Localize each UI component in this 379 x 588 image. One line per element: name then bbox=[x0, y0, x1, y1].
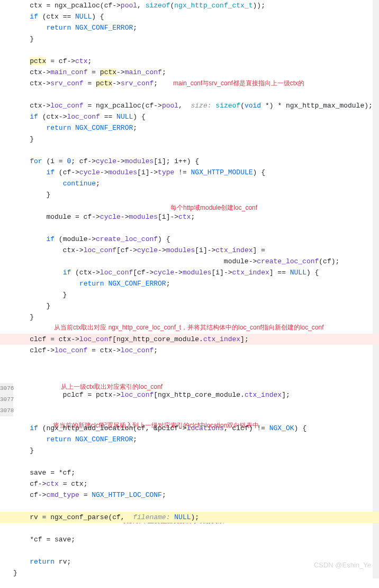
code-line bbox=[13, 323, 379, 334]
code-line: ctx->loc_conf = ngx_pcalloc(cf->pool, si… bbox=[13, 100, 379, 111]
code-line bbox=[13, 44, 379, 56]
code-line: ctx->main_conf = pctx->main_conf; bbox=[13, 67, 379, 78]
code-line bbox=[13, 145, 379, 156]
code-line: pclcf = pctx->loc_conf[ngx_http_core_mod… bbox=[13, 389, 379, 400]
code-line bbox=[13, 222, 379, 234]
code-line: ctx = ngx_pcalloc(cf->pool, sizeof(ngx_h… bbox=[13, 0, 379, 11]
code-line bbox=[13, 89, 379, 100]
code-line: module = cf->cycle->modules[i]->ctx; bbox=[13, 211, 379, 222]
code-line: } bbox=[13, 311, 379, 323]
code-line bbox=[13, 412, 379, 423]
code-viewer: ctx = ngx_pcalloc(cf->pool, sizeof(ngx_h… bbox=[0, 0, 379, 578]
code-line: cf->ctx = ctx; bbox=[13, 478, 379, 489]
code-line: if (ngx_http_add_location(cf, &pclcf->lo… bbox=[13, 423, 379, 434]
code-line bbox=[13, 545, 379, 556]
code-line: return NGX_CONF_ERROR; bbox=[13, 122, 379, 133]
code-line: if (ctx->loc_conf[cf->cycle->modules[i]-… bbox=[13, 267, 379, 278]
code-line: *cf = save; bbox=[13, 534, 379, 545]
code-line bbox=[13, 200, 379, 211]
code-line-highlighted: rv = ngx_conf_parse(cf, filename: NULL); bbox=[0, 512, 379, 523]
code-line: return NGX_CONF_ERROR; bbox=[13, 22, 379, 33]
code-line bbox=[13, 501, 379, 512]
code-line: clcf->loc_conf = ctx->loc_conf; bbox=[13, 345, 379, 356]
annotation-1: main_conf与srv_conf都是直接指向上一级ctx的 bbox=[173, 78, 304, 89]
code-line: cf->cmd_type = NGX_HTTP_LOC_CONF; bbox=[13, 489, 379, 501]
code-line: if (cf->cycle->modules[i]->type != NGX_H… bbox=[13, 167, 379, 178]
code-line: } bbox=[13, 189, 379, 200]
code-line: if (ctx == NULL) { bbox=[13, 11, 379, 22]
code-line bbox=[13, 400, 379, 412]
code-line: save = *cf; bbox=[13, 467, 379, 478]
code-line: } bbox=[13, 445, 379, 456]
code-line: module->create_loc_conf(cf); bbox=[13, 256, 379, 267]
code-line: } bbox=[13, 300, 379, 311]
code-line: ctx->loc_conf[cf->cycle->modules[i]->ctx… bbox=[13, 245, 379, 256]
code-line: if (module->create_loc_conf) { bbox=[13, 234, 379, 245]
code-line bbox=[13, 523, 379, 534]
line-number: 3078 bbox=[0, 405, 13, 416]
code-line: } bbox=[13, 289, 379, 300]
code-line: return NGX_CONF_ERROR; bbox=[13, 278, 379, 289]
code-line: continue; bbox=[13, 178, 379, 189]
watermark: CSDN @Eshin_Ye bbox=[314, 559, 371, 571]
code-line bbox=[13, 378, 379, 389]
line-number: 3077 bbox=[0, 394, 13, 405]
code-line: } bbox=[13, 133, 379, 145]
code-line-highlighted: clcf = ctx->loc_conf[ngx_http_core_modul… bbox=[0, 334, 379, 345]
code-line bbox=[13, 456, 379, 467]
code-line: return NGX_CONF_ERROR; bbox=[13, 434, 379, 445]
code-line: for (i = 0; cf->cycle->modules[i]; i++) … bbox=[13, 156, 379, 167]
code-line: } bbox=[13, 33, 379, 44]
code-line: if (ctx->loc_conf == NULL) { bbox=[13, 111, 379, 122]
code-line bbox=[13, 367, 379, 378]
code-line bbox=[13, 356, 379, 367]
code-line: pctx = cf->ctx; bbox=[13, 56, 379, 67]
line-number: 3076 bbox=[0, 383, 13, 394]
